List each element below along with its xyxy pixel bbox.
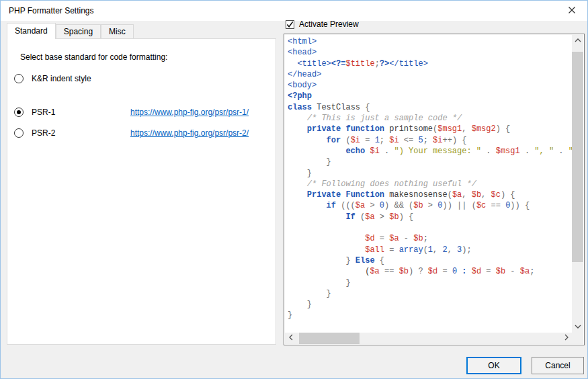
code-line: ($a == $b) ? $d = 0 : $d = $b - $a; — [288, 266, 572, 277]
scrollbar-corner — [572, 333, 583, 344]
code-line: Private Function makesnosense($a, $b, $c… — [288, 190, 572, 200]
window-title: PHP Formatter Settings — [9, 1, 94, 21]
radio-label[interactable]: K&R indent style — [32, 74, 91, 83]
scroll-down-button[interactable] — [572, 321, 583, 333]
scroll-up-button[interactable] — [572, 35, 583, 46]
code-line: } — [288, 310, 572, 321]
chevron-up-icon — [574, 36, 582, 46]
code-line: <title><?=$title;?></title> — [288, 58, 572, 69]
code-line: } — [288, 288, 572, 299]
radio-k-r-indent-style[interactable] — [14, 74, 24, 83]
vertical-scroll-thumb[interactable] — [572, 52, 583, 262]
radio-psr-1[interactable] — [14, 108, 24, 117]
tab-misc[interactable]: Misc — [101, 24, 134, 38]
close-button[interactable] — [556, 1, 587, 21]
tab-standard[interactable]: Standard — [7, 23, 56, 39]
radio-row-k-r-indent-style: K&R indent style — [7, 73, 276, 84]
php-formatter-settings-dialog: PHP Formatter Settings StandardSpacingMi… — [0, 0, 588, 379]
radio-row-psr-2: PSR-2https://www.php-fig.org/psr/psr-2/ — [7, 128, 276, 138]
code-line: </head> — [288, 69, 572, 80]
code-line: If ($a > $b) { — [288, 212, 572, 222]
code-line: if ((($a > 0) && ($b > 0)) || ($c == 0))… — [288, 200, 572, 211]
chevron-left-icon — [288, 333, 294, 343]
code-line: } — [288, 278, 572, 288]
code-line: } Else { — [288, 255, 572, 266]
tab-spacing[interactable]: Spacing — [56, 24, 101, 38]
code-line: } — [288, 157, 572, 167]
code-line — [288, 321, 572, 332]
vertical-scrollbar[interactable] — [572, 35, 583, 333]
code-line: for ($i = 1; $i <= 5; $i++) { — [288, 135, 572, 146]
radio-label[interactable]: PSR-2 — [32, 128, 55, 138]
scroll-left-button[interactable] — [285, 333, 296, 344]
base-standard-heading: Select base standard for code formatting… — [20, 52, 167, 62]
radio-psr-2[interactable] — [14, 128, 24, 138]
code-line: private function printsome($msg1, $msg2)… — [288, 124, 572, 134]
radio-label[interactable]: PSR-1 — [32, 108, 55, 117]
code-line: } — [288, 299, 572, 310]
close-icon — [568, 6, 576, 16]
horizontal-scroll-thumb[interactable] — [299, 333, 360, 344]
radio-row-psr-1: PSR-1https://www.php-fig.org/psr/psr-1/ — [7, 107, 276, 118]
code-line: echo $i . ") Your message: " . $msg1 . "… — [288, 146, 572, 157]
psr-2-link[interactable]: https://www.php-fig.org/psr/psr-2/ — [130, 128, 249, 138]
ok-button[interactable]: OK — [466, 357, 521, 374]
code-line: <body> — [288, 80, 572, 91]
code-line: $d = $a - $b; — [288, 233, 572, 244]
tab-strip: StandardSpacingMisc — [7, 23, 134, 38]
code-line: <?php — [288, 91, 572, 101]
activate-preview-checkbox[interactable] — [286, 20, 294, 29]
code-preview-box: <html><head> <title><?=$title;?></title>… — [284, 34, 585, 345]
title-bar: PHP Formatter Settings — [1, 1, 587, 21]
code-line: /* This is just a sample code */ — [288, 113, 572, 124]
code-line: } — [288, 168, 572, 179]
code-line: $all = array(1, 2, 3); — [288, 245, 572, 255]
code-line: class TestClass { — [288, 102, 572, 113]
activate-preview-label: Activate Preview — [299, 19, 359, 29]
code-line: <head> — [288, 47, 572, 58]
horizontal-scrollbar[interactable] — [285, 333, 572, 344]
cancel-button[interactable]: Cancel — [532, 357, 584, 374]
scroll-right-button[interactable] — [560, 333, 572, 344]
chevron-down-icon — [574, 322, 582, 332]
code-line: /* Following does nothing useful */ — [288, 179, 572, 190]
code-line: <html> — [288, 36, 572, 47]
psr-1-link[interactable]: https://www.php-fig.org/psr/psr-1/ — [130, 108, 249, 117]
chevron-right-icon — [563, 333, 570, 343]
code-line — [288, 222, 572, 233]
code-preview[interactable]: <html><head> <title><?=$title;?></title>… — [285, 35, 572, 333]
standard-tab-panel: Select base standard for code formatting… — [7, 38, 276, 345]
